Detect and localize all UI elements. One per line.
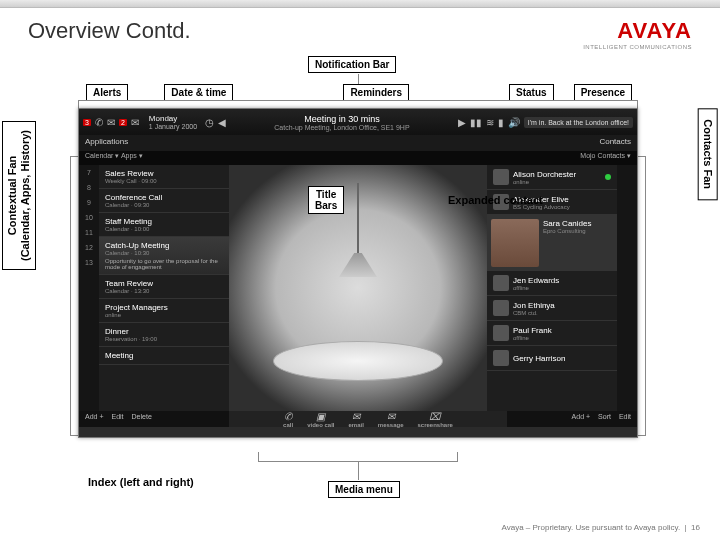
- brand-name: AVAYA: [583, 18, 692, 44]
- list-item[interactable]: Project Managersonline: [99, 299, 229, 323]
- battery-icon: ▮: [498, 117, 504, 128]
- index-num: 11: [85, 229, 93, 236]
- reminder-sub: Catch-up Meeting, London Office, SE1 9HP: [230, 124, 454, 131]
- spotlight-disc: [273, 341, 443, 381]
- volume-icon: 🔊: [508, 117, 520, 128]
- brand-block: AVAYA INTELLIGENT COMMUNICATIONS: [583, 18, 692, 50]
- slide-title: Overview Contd.: [28, 18, 191, 44]
- edit-button[interactable]: Edit: [112, 413, 124, 425]
- chevron-right-icon: ▶: [458, 117, 466, 128]
- avatar: [491, 219, 539, 267]
- expanded-contact[interactable]: Sara CanidesEpro Consulting: [487, 215, 617, 271]
- list-item[interactable]: Paul Frankoffline: [487, 321, 617, 346]
- list-item[interactable]: Team ReviewCalendar · 13:30: [99, 275, 229, 299]
- email-button[interactable]: ✉email: [348, 411, 363, 428]
- alert-badge-2: 2: [119, 119, 127, 126]
- list-item[interactable]: Jon EthinyaCBM ctd.: [487, 296, 617, 321]
- wifi-icon: ≋: [486, 117, 494, 128]
- label-notification-bar: Notification Bar: [308, 56, 396, 73]
- ui-screenshot: 3 ✆ ✉ 2 ✉ Monday 1 January 2000 ◷ ◀ Meet…: [78, 108, 638, 438]
- avatar: [493, 300, 509, 316]
- avatar: [493, 275, 509, 291]
- label-contextual-fan: Contextual Fan (Calendar, Apps, History): [2, 121, 36, 270]
- avatar: [493, 350, 509, 366]
- list-item[interactable]: Staff MeetingCalendar · 10:00: [99, 213, 229, 237]
- call-button[interactable]: ✆call: [283, 411, 293, 428]
- apps-panel: Sales ReviewWeekly Call · 09:00 Conferen…: [99, 165, 229, 411]
- label-presence: Presence: [574, 84, 632, 101]
- label-reminders: Reminders: [343, 84, 409, 101]
- list-item[interactable]: Sales ReviewWeekly Call · 09:00: [99, 165, 229, 189]
- message-button[interactable]: ✉message: [378, 411, 404, 428]
- avatar: [493, 169, 509, 185]
- index-num: 8: [87, 184, 91, 191]
- list-item[interactable]: Conference CallCalendar · 09:30: [99, 189, 229, 213]
- index-num: 13: [85, 259, 93, 266]
- index-num: 10: [85, 214, 93, 221]
- mail-icon: ✉: [107, 117, 115, 128]
- apps-header: Applications: [79, 135, 229, 151]
- label-status: Status: [509, 84, 554, 101]
- index-right: [617, 165, 637, 411]
- msg-icon: ✉: [131, 117, 139, 128]
- clock-icon: ◷: [205, 117, 214, 128]
- index-left: 7 8 9 10 11 12 13: [79, 165, 99, 411]
- contacts-header: Contacts: [507, 135, 637, 151]
- contacts-tabs[interactable]: Mojo Contacts ▾: [507, 151, 637, 165]
- screenshare-button[interactable]: ⌧screenshare: [418, 411, 453, 428]
- list-item[interactable]: Meeting: [99, 347, 229, 365]
- reminder-title: Meeting in 30 mins: [230, 114, 454, 124]
- label-index: Index (left and right): [88, 476, 194, 488]
- date-line2: 1 January 2000: [149, 123, 197, 130]
- label-expanded-contact: Expanded contact: [448, 194, 543, 206]
- list-item[interactable]: Gerry Harrison: [487, 346, 617, 371]
- index-num: 7: [87, 169, 91, 176]
- date-line1: Monday: [149, 114, 197, 123]
- label-date-time: Date & time: [164, 84, 233, 101]
- index-num: 12: [85, 244, 93, 251]
- presence-text: I'm in. Back at the London office!: [524, 117, 633, 128]
- list-item-selected[interactable]: Catch-Up MeetingCalendar · 10:30 Opportu…: [99, 237, 229, 275]
- media-menu: ✆call ▣video call ✉email ✉message ⌧scree…: [229, 411, 507, 427]
- footer-proprietary: Avaya – Proprietary. Use pursuant to Ava…: [502, 523, 681, 532]
- label-media-menu: Media menu: [328, 481, 400, 498]
- presence-dot-icon: [605, 174, 611, 180]
- video-button[interactable]: ▣video call: [307, 411, 334, 428]
- index-num: 9: [87, 199, 91, 206]
- brand-subtitle: INTELLIGENT COMMUNICATIONS: [583, 44, 692, 50]
- lamp-icon: [357, 183, 359, 253]
- list-item[interactable]: Jen Edwardsoffline: [487, 271, 617, 296]
- sort-button[interactable]: Sort: [598, 413, 611, 425]
- page-number: 16: [691, 523, 700, 532]
- chevron-left-icon: ◀: [218, 117, 226, 128]
- edit-button[interactable]: Edit: [619, 413, 631, 425]
- label-title-bars: Title Bars: [308, 186, 344, 214]
- label-alerts: Alerts: [86, 84, 128, 101]
- notification-bar: 3 ✆ ✉ 2 ✉ Monday 1 January 2000 ◷ ◀ Meet…: [79, 109, 637, 135]
- delete-button[interactable]: Delete: [132, 413, 152, 425]
- list-item[interactable]: Alison Dorchesteronline: [487, 165, 617, 190]
- alert-badge: 3: [83, 119, 91, 126]
- add-button[interactable]: Add +: [85, 413, 104, 425]
- avatar: [493, 325, 509, 341]
- apps-tabs[interactable]: Calendar ▾ Apps ▾: [79, 151, 229, 165]
- add-button[interactable]: Add +: [572, 413, 591, 425]
- list-item[interactable]: DinnerReservation · 19:00: [99, 323, 229, 347]
- phone-icon: ✆: [95, 117, 103, 128]
- label-contacts-fan: Contacts Fan: [698, 108, 718, 200]
- signal-icon: ▮▮: [470, 117, 482, 128]
